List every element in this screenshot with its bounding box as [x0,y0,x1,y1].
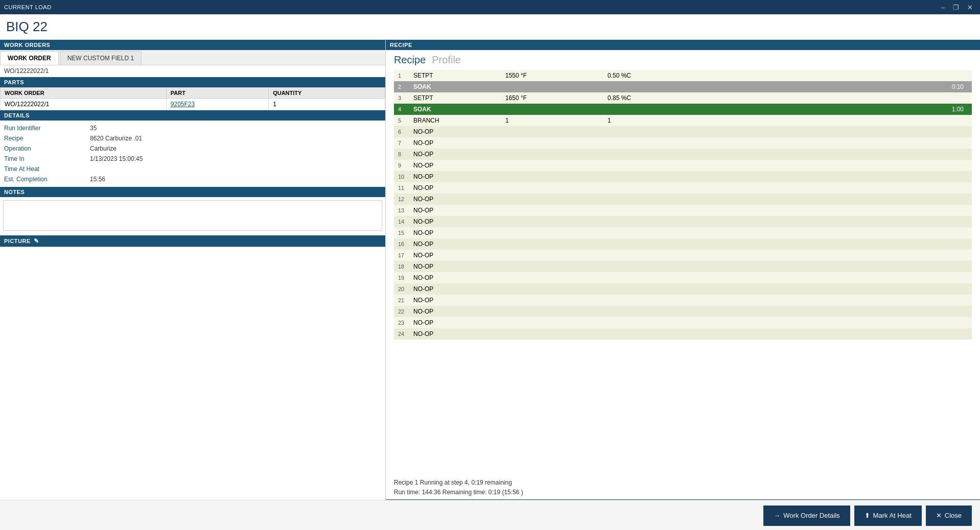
recipe-row-num: 16 [394,238,409,250]
recipe-row-col2 [501,306,603,317]
recipe-row: 9 NO-OP [394,160,972,171]
recipe-row-col4 [706,261,972,272]
recipe-row-num: 2 [394,81,409,92]
recipe-row-col2: 1 [501,115,603,126]
recipe-row-col4 [706,216,972,227]
notes-textarea[interactable] [3,200,382,231]
recipe-row-col4 [706,205,972,216]
recipe-row-col3 [603,227,706,238]
mark-at-heat-button[interactable]: ⬆ Mark At Heat [854,505,922,526]
picture-section: PICTURE ✎ [0,235,385,499]
recipe-row-name: NO-OP [409,306,501,317]
recipe-row: 3 SETPT 1650 °F 0.85 %C [394,92,972,104]
recipe-status-line2: Run time: 144:36 Remaining time: 0:19 (1… [394,488,972,497]
details-grid: Run Identifier35Recipe8620 Carburize .01… [0,121,385,187]
recipe-header: RECIPE [386,40,980,50]
recipe-row-num: 18 [394,261,409,272]
table-row: WO/12222022/1 9205F23 1 [1,99,385,110]
close-window-button[interactable]: ✕ [964,4,976,11]
recipe-row-name: SOAK [409,104,501,115]
recipe-row-col4 [706,160,972,171]
recipe-row-name: NO-OP [409,238,501,250]
recipe-row-col3 [603,295,706,306]
recipe-row-col3 [603,194,706,205]
tab-new-custom-field-1[interactable]: NEW CUSTOM FIELD 1 [60,51,142,65]
restore-button[interactable]: ❐ [950,4,962,11]
recipe-row-num: 11 [394,182,409,194]
right-panel: RECIPE Recipe Profile 1 SETPT 1550 °F 0.… [386,40,980,499]
recipe-row-name: SETPT [409,92,501,104]
recipe-row-name: NO-OP [409,160,501,171]
recipe-row-col3 [603,104,706,115]
recipe-status: Recipe 1 Running at step 4, 0:19 remaini… [386,474,980,499]
close-label: Close [945,512,962,519]
recipe-row-col3: 0.50 %C [603,70,706,81]
recipe-tab-recipe[interactable]: Recipe [394,54,426,66]
recipe-row-name: NO-OP [409,126,501,137]
recipe-row-col3 [603,182,706,194]
recipe-row-col2 [501,272,603,283]
recipe-row-col4 [706,272,972,283]
work-order-details-label: Work Order Details [783,512,839,519]
recipe-row-col2 [501,328,603,340]
recipe-row-col2 [501,283,603,295]
recipe-row-name: NO-OP [409,295,501,306]
recipe-row-col4 [706,306,972,317]
app-title: BIQ 22 [0,14,980,40]
parts-cell-part[interactable]: 9205F23 [166,99,268,110]
recipe-row-col4 [706,149,972,160]
recipe-row-num: 1 [394,70,409,81]
recipe-row-num: 10 [394,171,409,182]
recipe-row-name: SETPT [409,70,501,81]
minimize-button[interactable]: – [938,4,948,11]
recipe-row-name: NO-OP [409,250,501,261]
notes-header: NOTES [0,187,385,197]
recipe-row-name: NO-OP [409,171,501,182]
recipe-row: 10 NO-OP [394,171,972,182]
recipe-row-col2 [501,238,603,250]
recipe-table: 1 SETPT 1550 °F 0.50 %C 2 SOAK 0:10 3 SE… [394,70,972,340]
recipe-row-name: NO-OP [409,261,501,272]
recipe-row: 13 NO-OP [394,205,972,216]
recipe-row-col4 [706,92,972,104]
detail-value [90,164,381,174]
recipe-row-col3 [603,283,706,295]
recipe-row-col4 [706,227,972,238]
parts-cell-workorder: WO/12222022/1 [1,99,167,110]
title-bar: CURRENT LOAD – ❐ ✕ [0,0,980,14]
left-panel: WORK ORDERS WORK ORDER NEW CUSTOM FIELD … [0,40,386,499]
parts-header: PARTS [0,77,385,87]
recipe-scroll: 1 SETPT 1550 °F 0.50 %C 2 SOAK 0:10 3 SE… [386,68,980,474]
recipe-row-col4 [706,317,972,328]
recipe-tab-profile[interactable]: Profile [432,54,461,66]
recipe-row-col4: 1:00 [706,104,972,115]
work-orders-header: WORK ORDERS [0,40,385,50]
notes-area [0,197,385,235]
recipe-row-col2 [501,137,603,149]
recipe-row-col2 [501,216,603,227]
recipe-row: 4 SOAK 1:00 [394,104,972,115]
tab-work-order[interactable]: WORK ORDER [0,51,59,65]
recipe-row-name: SOAK [409,81,501,92]
mark-at-heat-label: Mark At Heat [873,512,912,519]
recipe-row: 19 NO-OP [394,272,972,283]
work-order-details-button[interactable]: → Work Order Details [763,505,850,526]
recipe-row-col3 [603,149,706,160]
close-button[interactable]: ✕ Close [926,505,972,526]
recipe-row: 14 NO-OP [394,216,972,227]
detail-label: Time At Heat [4,164,86,174]
notes-section: NOTES [0,187,385,235]
recipe-row-num: 12 [394,194,409,205]
recipe-row-col2 [501,317,603,328]
detail-label: Run Identifier [4,124,86,133]
picture-edit-icon[interactable]: ✎ [34,237,39,245]
recipe-row-name: NO-OP [409,194,501,205]
parts-section: PARTS WORK ORDER PART QUANTITY WO/122220… [0,77,385,110]
detail-label: Est. Completion [4,175,86,184]
recipe-title-row: Recipe Profile [386,50,980,68]
recipe-row-col3 [603,137,706,149]
recipe-row-col4 [706,328,972,340]
recipe-row-col3: 1 [603,115,706,126]
recipe-row-col4: 0:10 [706,81,972,92]
recipe-row: 23 NO-OP [394,317,972,328]
